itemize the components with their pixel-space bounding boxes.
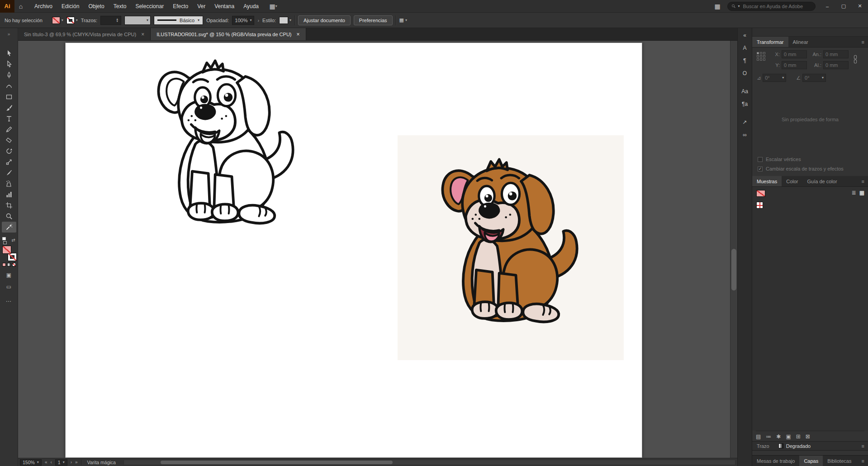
search-input[interactable]: [742, 3, 811, 10]
swatch-options-icon[interactable]: ✱: [776, 433, 781, 440]
tool-magic-wand[interactable]: [2, 222, 16, 233]
tool-pen[interactable]: [2, 70, 16, 81]
swatch-libraries-icon[interactable]: ▤: [756, 433, 761, 440]
fit-document-button[interactable]: Ajustar documento: [298, 15, 351, 25]
list-view-icon[interactable]: ≣: [852, 190, 856, 196]
zoom-level-dropdown[interactable]: 150% ▾: [20, 459, 42, 466]
document-tab-2[interactable]: ILUSTRADOR001.svg* @ 150 % (RGB/Vista pr…: [151, 28, 306, 40]
edit-toolbar-icon[interactable]: …: [6, 296, 12, 303]
default-fill-stroke-icon[interactable]: [2, 237, 9, 243]
expand-panels-icon[interactable]: «: [739, 30, 751, 41]
tab-bibliotecas[interactable]: Bibliotecas: [823, 456, 856, 466]
constrain-proportions-icon[interactable]: [852, 54, 859, 65]
tab-degradado[interactable]: Degradado: [774, 442, 815, 450]
grid-view-icon[interactable]: ▦: [859, 190, 864, 196]
tool-eyedropper[interactable]: [2, 167, 16, 178]
checkbox-checked[interactable]: ✓: [758, 166, 763, 171]
stepper-arrows-icon[interactable]: ▲▼: [116, 18, 119, 23]
menu-seleccionar[interactable]: Seleccionar: [131, 0, 168, 12]
scale-corners-option[interactable]: Escalar vértices: [758, 157, 801, 162]
tool-zoom[interactable]: [2, 211, 16, 222]
links-panel-icon[interactable]: ∞: [739, 129, 751, 140]
new-swatch-icon[interactable]: ⊞: [796, 433, 801, 440]
swatch-kinds-menu-icon[interactable]: ≔: [766, 433, 771, 440]
tab-color[interactable]: Color: [782, 176, 802, 186]
workspace-switcher-icon[interactable]: ▦: [711, 0, 724, 13]
tab-trazo[interactable]: Trazo: [752, 442, 774, 450]
tool-rotate[interactable]: [2, 146, 16, 157]
first-artboard-icon[interactable]: «: [45, 460, 47, 465]
document-tab-1[interactable]: Sin título-3 @ 69,9 % (CMYK/Vista previa…: [18, 28, 151, 40]
scale-strokes-effects-option[interactable]: ✓ Cambiar escala de trazos y efectos: [758, 166, 844, 171]
brush-definition-dropdown[interactable]: Básico ▾: [154, 16, 203, 25]
tool-paintbrush[interactable]: [2, 102, 16, 113]
next-artboard-icon[interactable]: ›: [71, 460, 72, 465]
menu-ventana[interactable]: Ventana: [210, 0, 239, 12]
menu-ayuda[interactable]: Ayuda: [239, 0, 263, 12]
x-field[interactable]: 0 mm: [782, 50, 807, 58]
opacity-dropdown[interactable]: 100% ▾: [232, 16, 254, 25]
menu-texto[interactable]: Texto: [109, 0, 131, 12]
drawing-modes-icon[interactable]: ▣: [6, 272, 11, 278]
paragraph-styles-panel-icon[interactable]: ¶a: [739, 99, 751, 109]
width-field[interactable]: 0 mm: [823, 50, 849, 58]
tool-direct-selection[interactable]: [2, 59, 16, 70]
opacity-more-chevron[interactable]: ›: [257, 18, 259, 23]
screen-mode-icon[interactable]: ▭: [6, 284, 11, 290]
close-tab-icon[interactable]: ×: [141, 31, 144, 38]
panel-menu-icon[interactable]: ≡: [862, 176, 868, 186]
tool-artboard[interactable]: [2, 200, 16, 211]
tool-type[interactable]: [2, 113, 16, 124]
panel-menu-icon[interactable]: ≡: [862, 456, 868, 466]
close-button[interactable]: ✕: [852, 0, 868, 13]
export-panel-icon[interactable]: ↗: [739, 117, 751, 128]
panel-menu-icon[interactable]: ≡: [862, 443, 868, 449]
tab-guia-de-color[interactable]: Guía de color: [803, 176, 842, 186]
tab-muestras[interactable]: Muestras: [752, 176, 782, 186]
stroke-color-control[interactable]: ▾: [66, 17, 78, 24]
color-button[interactable]: [2, 263, 6, 266]
tool-selection[interactable]: [2, 48, 16, 59]
style-dropdown[interactable]: ▾: [279, 17, 291, 24]
fill-indicator[interactable]: [2, 246, 11, 254]
horizontal-scrollbar-thumb[interactable]: [161, 461, 393, 464]
canvas[interactable]: [18, 41, 737, 458]
horizontal-scrollbar[interactable]: [123, 460, 735, 465]
menu-archivo[interactable]: Archivo: [30, 0, 57, 12]
tool-eraser[interactable]: [2, 135, 16, 146]
app-icon[interactable]: Ai: [0, 0, 14, 13]
fill-color-swatch[interactable]: [756, 190, 765, 197]
opentype-panel-icon[interactable]: O: [739, 68, 751, 79]
menu-edicion[interactable]: Edición: [57, 0, 84, 12]
new-color-group-icon[interactable]: ▣: [786, 433, 791, 440]
tab-capas[interactable]: Capas: [799, 456, 823, 466]
delete-swatch-icon[interactable]: ⊠: [806, 433, 810, 440]
tool-column-graph[interactable]: [2, 189, 16, 200]
close-tab-icon[interactable]: ×: [296, 31, 299, 38]
restore-button[interactable]: ▢: [835, 0, 852, 13]
gradient-button[interactable]: [7, 263, 11, 266]
vertical-scrollbar[interactable]: [730, 41, 737, 458]
toolbar-expand-icon[interactable]: »: [0, 28, 18, 40]
home-icon[interactable]: ⌂: [14, 0, 27, 13]
tab-mesas-de-trabajo[interactable]: Mesas de trabajo: [752, 456, 799, 466]
checkbox-unchecked[interactable]: [758, 157, 763, 162]
tool-scale[interactable]: [2, 157, 16, 167]
height-field[interactable]: 0 mm: [823, 61, 849, 69]
registration-swatch[interactable]: [756, 202, 763, 209]
panel-menu-icon[interactable]: ≡: [862, 37, 868, 47]
artboard-number-dropdown[interactable]: 1 ▾: [55, 459, 67, 466]
reference-point-grid[interactable]: [757, 52, 765, 61]
stroke-indicator[interactable]: [8, 253, 17, 261]
previous-artboard-icon[interactable]: ‹: [50, 460, 52, 465]
arrange-documents-icon[interactable]: ▦ ▾: [267, 0, 280, 13]
character-panel-icon[interactable]: A: [739, 43, 751, 53]
stroke-swatch[interactable]: [66, 17, 75, 24]
fill-stroke-indicator[interactable]: [1, 246, 17, 261]
menu-efecto[interactable]: Efecto: [168, 0, 193, 12]
tool-rectangle[interactable]: [2, 91, 16, 102]
search-box[interactable]: ▾: [727, 2, 816, 11]
fill-swatch[interactable]: [52, 17, 60, 24]
document-actions-control[interactable]: ▦ ▾: [399, 17, 407, 23]
tool-curvature[interactable]: [2, 81, 16, 91]
